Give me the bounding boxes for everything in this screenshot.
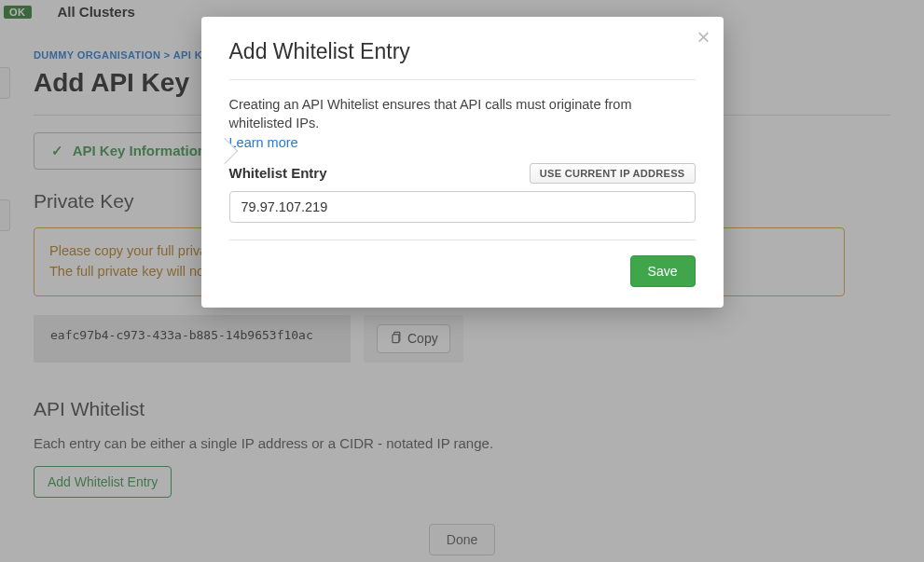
use-current-ip-button[interactable]: USE CURRENT IP ADDRESS — [530, 163, 696, 184]
add-whitelist-modal: × Add Whitelist Entry Creating an API Wh… — [201, 17, 724, 308]
divider — [229, 79, 696, 80]
whitelist-ip-input[interactable] — [229, 191, 696, 223]
close-icon[interactable]: × — [696, 26, 710, 48]
whitelist-entry-label: Whitelist Entry — [229, 165, 327, 181]
modal-title: Add Whitelist Entry — [229, 39, 696, 64]
save-button[interactable]: Save — [630, 255, 696, 287]
modal-description: Creating an API Whitelist ensures that A… — [229, 95, 696, 133]
learn-more-link[interactable]: Learn more — [229, 135, 298, 150]
